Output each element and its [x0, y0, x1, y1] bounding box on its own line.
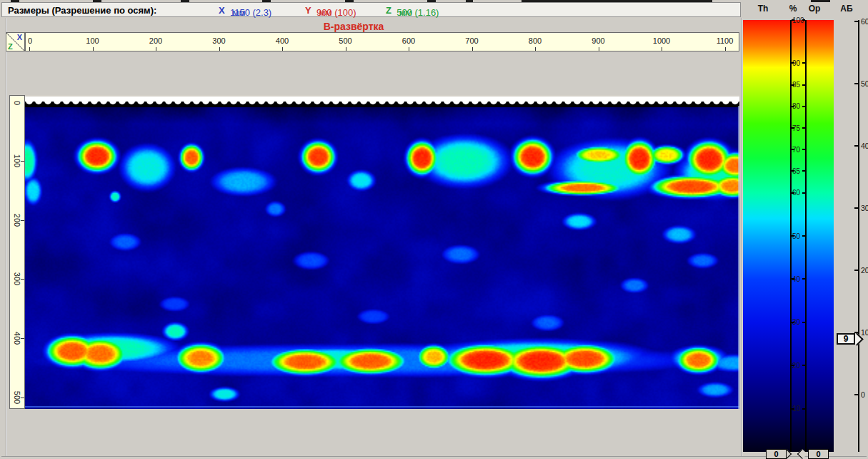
x-tick — [725, 47, 726, 51]
z-axis-name: Z — [386, 5, 391, 16]
bscan-heatmap[interactable] — [25, 95, 739, 409]
x-tick — [662, 47, 662, 51]
db-scale-label: 50 — [861, 79, 868, 88]
percent-scale-tick — [792, 408, 794, 410]
db-scale-label: 20 — [861, 266, 868, 275]
percent-scale-tick — [802, 408, 805, 410]
percent-scale-tick — [792, 235, 794, 237]
x-tick-label: 600 — [402, 36, 415, 45]
x-tick-label: 100 — [86, 36, 99, 45]
x-axis-name: X — [219, 5, 225, 16]
x-tick-label: 900 — [592, 36, 604, 45]
corner-x-label: X — [17, 33, 22, 41]
percent-scale-tick — [792, 192, 794, 194]
x-tick — [472, 47, 473, 51]
percent-scale-tick — [792, 322, 794, 323]
x-tick-label: 200 — [149, 36, 162, 45]
dimensions-header-bar: Размеры (Разрешение по осям): X 1150 (2.… — [1, 2, 741, 17]
dimensions-title: Размеры (Разрешение по осям): — [8, 5, 156, 16]
z-axis-unit: мм — [399, 7, 412, 18]
percent-scale-tick — [792, 127, 794, 129]
z-tick — [21, 338, 24, 339]
x-tick-label: 700 — [465, 36, 478, 45]
db-scale-tick — [854, 145, 859, 147]
percent-scale-tick — [802, 127, 805, 129]
y-axis-info: Y 900 (100) мм — [305, 5, 319, 16]
db-scale-tick — [854, 394, 859, 395]
x-tick-label: 800 — [529, 36, 542, 45]
percent-scale-tick — [792, 149, 794, 150]
percent-scale-tick — [792, 278, 794, 280]
z-tick-label: 0 — [13, 101, 21, 105]
x-tick-label: 500 — [339, 36, 351, 45]
db-scale-label: 40 — [861, 142, 868, 150]
x-tick — [535, 47, 536, 51]
panel-left-border-hl — [6, 18, 7, 456]
percent-scale-tick — [802, 149, 805, 150]
db-scale-label: 0 — [861, 390, 865, 399]
panel-separator-hl — [742, 18, 742, 456]
colorbar-divider-right — [805, 20, 807, 452]
x-tick — [282, 47, 283, 51]
db-scale-label: 10 — [861, 328, 868, 337]
percent-scale-tick — [792, 19, 794, 21]
percent-scale-tick — [802, 278, 805, 280]
x-axis-info: X 1150 (2.3) мм — [219, 5, 233, 16]
x-tick-label: 1100 — [717, 36, 734, 45]
column-header-op: Op — [804, 4, 824, 14]
x-tick — [599, 47, 599, 51]
x-tick-label: 1000 — [653, 36, 670, 45]
top-edge-mark — [811, 0, 830, 2]
y-axis-name: Y — [305, 5, 311, 16]
column-header-db: АБ — [836, 4, 857, 14]
amplitude-colorbar — [743, 20, 834, 452]
axis-corner-box: X Z — [6, 32, 25, 51]
x-tick-label: 300 — [212, 36, 225, 45]
percent-scale-tick — [792, 84, 794, 86]
th-slider[interactable]: 0 — [766, 449, 787, 459]
x-tick — [219, 47, 220, 51]
z-tick — [21, 161, 24, 162]
db-scale-label: 60 — [861, 17, 868, 26]
percent-scale-tick — [802, 84, 805, 86]
percent-scale-tick — [802, 322, 805, 323]
percent-scale-tick — [802, 62, 805, 64]
column-header-th: Th — [750, 4, 776, 14]
z-tick — [21, 398, 24, 398]
percent-scale-tick — [792, 106, 794, 107]
percent-scale-tick — [802, 106, 805, 107]
column-header-percent: % — [784, 4, 802, 14]
gain-marker[interactable]: 9 — [837, 333, 855, 345]
y-axis-unit: мм — [319, 7, 332, 18]
db-scale-label: 30 — [861, 204, 868, 212]
percent-scale-tick — [802, 192, 805, 194]
x-tick-label: 0 — [28, 36, 32, 45]
z-tick — [21, 220, 24, 221]
op-slider[interactable]: 0 — [808, 449, 829, 459]
percent-scale-tick — [792, 365, 794, 366]
x-ruler: 010020030040050060070080090010001100 — [25, 32, 739, 51]
x-tick — [29, 47, 30, 51]
percent-scale-tick — [802, 19, 805, 21]
z-ruler: 0100200300400500 — [9, 95, 25, 409]
x-tick — [346, 47, 346, 51]
x-tick — [93, 47, 94, 51]
percent-scale-tick — [802, 365, 805, 366]
z-tick — [21, 279, 24, 280]
x-tick-label: 400 — [276, 36, 289, 45]
panel-bottom-border — [1, 456, 867, 457]
percent-scale-tick — [802, 170, 805, 172]
app-window: Размеры (Разрешение по осям): X 1150 (2.… — [0, 0, 868, 459]
corner-z-label: Z — [8, 42, 13, 51]
x-tick — [156, 47, 156, 51]
db-scale-tick — [854, 207, 859, 209]
bscan-title: В-развёртка — [25, 21, 682, 32]
percent-scale-tick — [792, 170, 794, 172]
db-scale-tick — [854, 83, 859, 84]
x-axis-unit: мм — [233, 7, 246, 18]
z-axis-info: Z 500 (1.16) мм — [386, 5, 399, 16]
percent-scale-tick — [792, 62, 794, 64]
percent-scale-tick — [802, 235, 805, 237]
db-scale-line — [858, 20, 859, 452]
db-scale-tick — [854, 270, 859, 271]
